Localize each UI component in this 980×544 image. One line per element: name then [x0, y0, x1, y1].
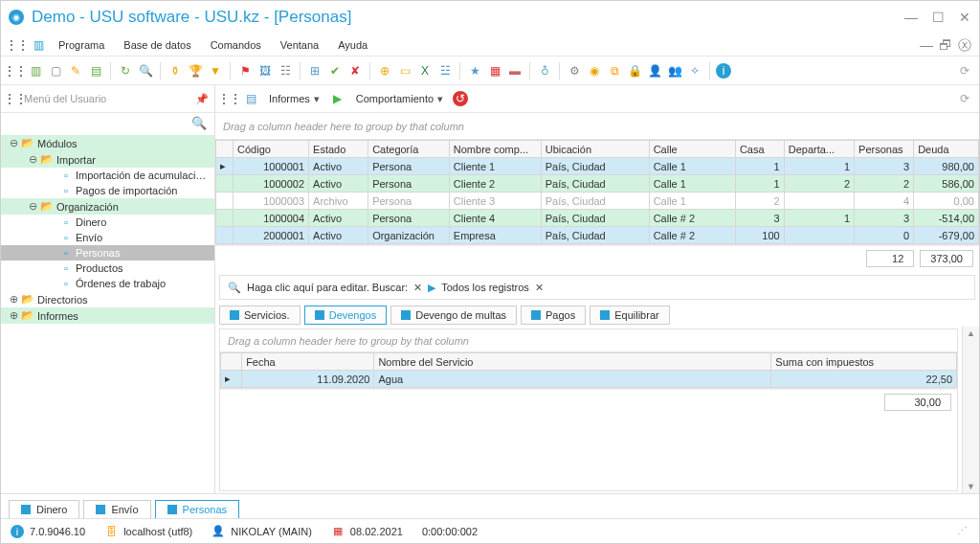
cell[interactable]: Calle 1 — [649, 158, 735, 175]
cell[interactable]: 1000004 — [234, 210, 309, 227]
open-icon[interactable]: ▢ — [47, 62, 64, 79]
document-tab[interactable]: Personas — [155, 500, 239, 518]
layers-icon[interactable]: ☷ — [277, 62, 294, 79]
cell[interactable]: 100 — [735, 227, 784, 244]
stop-icon[interactable]: ↺ — [453, 91, 468, 106]
clear-filter-icon[interactable]: ✕ — [535, 282, 544, 294]
cell[interactable]: 2000001 — [234, 227, 309, 244]
cell[interactable]: Organización — [368, 227, 450, 244]
cell[interactable]: 1000001 — [234, 158, 309, 175]
cell[interactable]: Activo — [309, 175, 368, 193]
menu-comandos[interactable]: Comandos — [203, 37, 269, 53]
flag-icon[interactable]: ⚑ — [236, 62, 254, 79]
gear-icon[interactable]: ⚙ — [566, 62, 583, 79]
cell[interactable] — [784, 193, 854, 210]
cancel-icon[interactable]: ✘ — [346, 62, 364, 79]
refresh-icon[interactable]: ↻ — [117, 62, 134, 79]
edit-icon[interactable]: ✎ — [67, 62, 84, 79]
users-icon[interactable]: 👥 — [666, 62, 683, 79]
cell[interactable]: 980,00 — [914, 158, 979, 175]
pin-icon[interactable]: ♁ — [536, 62, 553, 79]
cell[interactable]: País, Ciudad — [541, 193, 649, 210]
cell[interactable]: 1 — [735, 175, 784, 193]
behavior-dropdown[interactable]: Comportamiento▾ — [350, 91, 449, 107]
card-icon[interactable]: ▬ — [506, 62, 523, 79]
cell[interactable]: 1 — [784, 158, 854, 175]
main-grid[interactable]: CódigoEstadoCategoríaNombre comp...Ubica… — [215, 140, 979, 245]
cell[interactable]: Persona — [368, 193, 450, 210]
table-row[interactable]: 1000004ActivoPersonaCliente 4País, Ciuda… — [216, 210, 979, 227]
scroll-down-icon[interactable]: ▼ — [967, 482, 975, 491]
column-header[interactable]: Personas — [855, 141, 914, 158]
tree-item[interactable]: ▫Productos — [1, 261, 214, 276]
maximize-button[interactable]: ☐ — [931, 11, 945, 24]
nav-tree[interactable]: ⊖📂Módulos⊖📂Importar▫Importación de acumu… — [1, 133, 214, 493]
detail-grid[interactable]: FechaNombre del ServicioSuma con impuest… — [220, 352, 957, 389]
cell[interactable]: 3 — [735, 210, 784, 227]
tree-item[interactable]: ▫Pagos de importación — [1, 183, 214, 198]
tree-item[interactable]: ⊖📂Organización — [1, 198, 214, 215]
cell[interactable]: Agua — [374, 371, 771, 388]
wand-icon[interactable]: ✧ — [686, 62, 703, 79]
tree-item[interactable]: ▫Dinero — [1, 215, 214, 230]
grid-icon[interactable]: ⊞ — [306, 62, 323, 79]
cell[interactable]: -679,00 — [914, 227, 979, 244]
cell[interactable]: 11.09.2020 — [242, 371, 374, 388]
filter-icon[interactable]: ⚱ — [167, 62, 184, 79]
detail-tab[interactable]: Pagos — [521, 306, 586, 325]
search-icon[interactable]: 🔍 — [137, 62, 154, 79]
new-icon[interactable]: ▥ — [27, 62, 44, 79]
cell[interactable]: 2 — [855, 175, 914, 193]
detail-group-hint[interactable]: Drag a column header here to group by th… — [220, 329, 957, 352]
cell[interactable]: 3 — [855, 158, 914, 175]
cell[interactable]: Cliente 4 — [449, 210, 541, 227]
cell[interactable]: 2 — [735, 193, 784, 210]
detail-tab[interactable]: Devengos — [304, 306, 388, 325]
column-header[interactable]: Estado — [309, 141, 368, 158]
tree-item[interactable]: ⊖📂Módulos — [1, 135, 214, 151]
trophy-icon[interactable]: 🏆 — [187, 62, 204, 79]
detail-tab[interactable]: Equilibrar — [590, 306, 669, 325]
expand-icon[interactable]: ⊖ — [26, 153, 39, 166]
close-button[interactable]: ✕ — [958, 11, 971, 24]
cell[interactable]: Calle 1 — [649, 193, 735, 210]
expand-icon[interactable]: ⊖ — [26, 200, 39, 213]
minimize-button[interactable]: — — [904, 11, 918, 24]
cell[interactable]: Persona — [368, 158, 450, 175]
calendar-icon[interactable]: ▦ — [486, 62, 503, 79]
cell[interactable]: Persona — [368, 175, 450, 193]
excel-icon[interactable]: X — [416, 62, 434, 79]
mdi-restore[interactable]: 🗗 — [939, 38, 952, 52]
tree-item[interactable]: ⊕📂Informes — [1, 307, 214, 324]
cell[interactable]: 3 — [855, 210, 914, 227]
star-icon[interactable]: ★ — [466, 62, 483, 79]
lock-icon[interactable]: 🔒 — [626, 62, 643, 79]
history-icon[interactable]: ⟳ — [956, 90, 973, 107]
column-header[interactable]: Categoría — [368, 141, 450, 158]
history-icon[interactable]: ⟳ — [956, 62, 973, 79]
cell[interactable]: 0 — [855, 227, 914, 244]
menu-programa[interactable]: Programa — [51, 37, 112, 53]
column-header[interactable]: Nombre del Servicio — [374, 353, 771, 371]
table-row[interactable]: 1000002ActivoPersonaCliente 2País, Ciuda… — [216, 175, 979, 193]
column-header[interactable]: Deuda — [914, 141, 979, 158]
tree-item[interactable]: ▫Importación de acumulaciones — [1, 168, 214, 183]
menu-ayuda[interactable]: Ayuda — [330, 37, 375, 53]
chart-icon[interactable]: ☳ — [436, 62, 454, 79]
save-icon[interactable]: ▤ — [87, 62, 104, 79]
expand-icon[interactable]: ⊖ — [7, 137, 20, 149]
tree-item[interactable]: ⊖📂Importar — [1, 151, 214, 168]
detail-tab[interactable]: Devengo de multas — [390, 306, 517, 325]
cell[interactable]: Empresa — [449, 227, 541, 244]
column-header[interactable]: Nombre comp... — [449, 141, 541, 158]
detail-tab[interactable]: Servicios. — [219, 306, 301, 325]
column-header[interactable]: Fecha — [242, 353, 374, 371]
group-by-hint[interactable]: Drag a column header here to group by th… — [215, 113, 979, 140]
cell[interactable]: Activo — [309, 210, 368, 227]
scroll-up-icon[interactable]: ▲ — [967, 329, 975, 338]
cell[interactable]: País, Ciudad — [541, 158, 649, 175]
cell[interactable]: País, Ciudad — [541, 175, 649, 193]
column-header[interactable]: Departa... — [784, 141, 854, 158]
expand-icon[interactable]: ⊕ — [7, 309, 20, 322]
table-row[interactable]: 2000001ActivoOrganizaciónEmpresaPaís, Ci… — [216, 227, 979, 244]
